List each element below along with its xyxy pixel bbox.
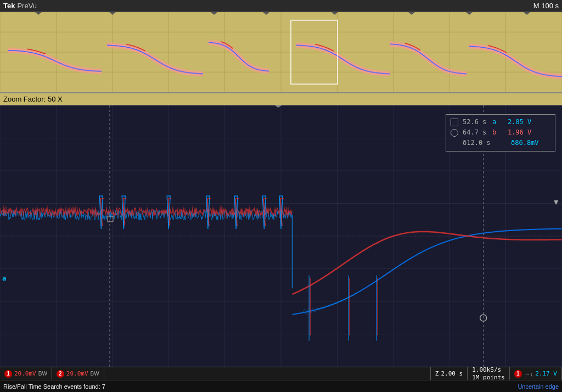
preview-area (0, 12, 562, 93)
zoom-label-bar: Zoom Factor: 50 X (0, 93, 562, 105)
z-label: Z (435, 370, 439, 377)
cursor-a-time: 52.6 s (463, 117, 490, 127)
delta-time: δ12.0 s (463, 138, 491, 148)
ch1-suffix: BW (38, 371, 47, 377)
ch1-badge: 1 (4, 370, 12, 378)
uncertain-edge-label: Uncertain edge (518, 383, 559, 390)
cursor-b-ch-label: b (492, 127, 496, 138)
search-segment (104, 367, 431, 380)
ch2-value: 20.0mV (66, 370, 88, 377)
status-bar: 1 20.0mV BW 2 20.0mV BW Z 2.00 s 1.00kS/… (0, 367, 562, 380)
trigger-segment: 1 →↓ 2.17 V (510, 367, 562, 380)
trigger-arrow: ▼ (552, 198, 560, 206)
brand-label: Tek (3, 2, 15, 10)
ch2-badge: 2 (57, 370, 64, 378)
cursor-a-icon (451, 119, 458, 126)
bottom-info-bar: Rise/Fall Time Search events found: 7 Un… (0, 380, 562, 392)
cursor-a-voltage: 2.05 V (498, 117, 531, 127)
z-value: 2.00 s (441, 370, 463, 377)
sample-rate-segment: 1.00kS/s 1M points (468, 367, 510, 380)
measurement-box: 52.6 s a 2.05 V 64.7 s b 1.96 V δ12.0 s … (446, 114, 555, 152)
time-scale-label: M 100 s (533, 2, 559, 10)
search-info-text: Rise/Fall Time Search events found: 7 (3, 383, 509, 390)
trigger-value: 2.17 V (535, 370, 557, 377)
delta-voltage: δ86.8mV (506, 138, 539, 148)
sample-rate: 1.00kS/s (472, 366, 505, 373)
preview-canvas (0, 12, 562, 92)
ch1-value: 20.0mV (14, 370, 36, 377)
ch1-segment: 1 20.0mV BW (0, 367, 52, 380)
main-scope: a b ▼ 52.6 s a 2.05 V 64.7 s b 1.96 V δ1… (0, 105, 562, 367)
trigger-ch-badge: 1 (514, 370, 522, 378)
z-segment: Z 2.00 s (431, 367, 468, 380)
cursor-b-voltage: 1.96 V (498, 127, 531, 138)
cursor-b-icon (451, 129, 458, 137)
ch2-suffix: BW (91, 371, 99, 377)
channel-a-marker: a (2, 275, 6, 282)
app-name-label: PreVu (17, 2, 37, 10)
cursor-a-ch-label: a (492, 117, 496, 127)
zoom-factor-label: Zoom Factor: 50 X (3, 95, 63, 103)
ch2-segment: 2 20.0mV BW (52, 367, 104, 380)
title-bar: Tek PreVu M 100 s (0, 0, 562, 12)
trigger-symbol: →↓ (524, 371, 533, 377)
cursor-b-time: 64.7 s (463, 127, 490, 138)
